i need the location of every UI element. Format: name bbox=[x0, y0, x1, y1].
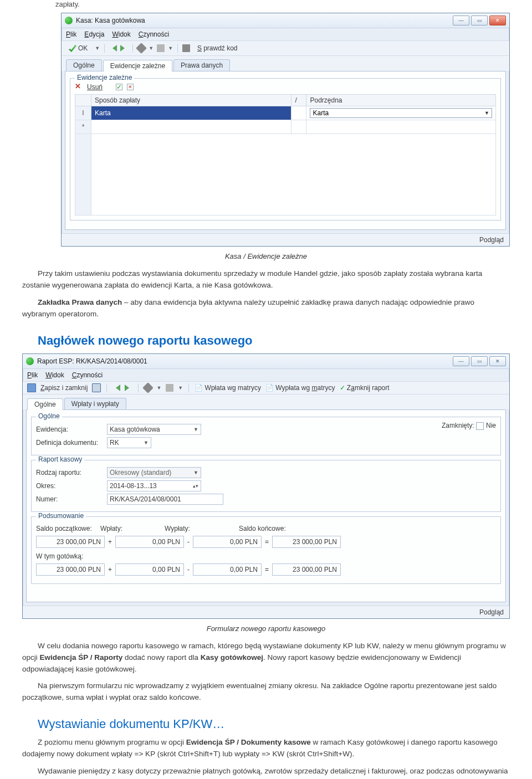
close-button[interactable]: ✕ bbox=[489, 16, 506, 25]
titlebar: Raport ESP: RK/KASA/2014/08/0001 — ▭ ✕ bbox=[23, 354, 509, 369]
wyplata-button[interactable]: 📄 Wypłata wg matrycy bbox=[265, 384, 335, 392]
maximize-button[interactable]: ▭ bbox=[471, 356, 488, 366]
menubar: Plik Widok Czynności bbox=[23, 369, 509, 382]
row-new-marker: * bbox=[75, 120, 91, 134]
tab-ogolne[interactable]: Ogólne bbox=[27, 398, 63, 410]
zamknij-raport-button[interactable]: ✓ Zamknij raport bbox=[340, 384, 390, 392]
zapisz-button[interactable]: Zapisz i zamknij bbox=[40, 384, 88, 392]
confirm-icon[interactable]: ✓ bbox=[116, 84, 122, 90]
toolbar: Zapisz i zamknij ▼ ▼ 📄 Wpłata wg matrycy… bbox=[23, 382, 509, 394]
cancel-icon[interactable]: ✕ bbox=[127, 84, 134, 90]
menu-widok[interactable]: Widok bbox=[45, 371, 64, 379]
paragraph: Zakładka Prawa danych – aby dana ewidenc… bbox=[22, 297, 510, 320]
wplaty-label: Wpłaty: bbox=[100, 525, 161, 532]
numer-label: Numer: bbox=[36, 495, 103, 503]
group-raport: Raport kasowy Rodzaj raportu: Okresowy (… bbox=[31, 460, 501, 512]
close-button[interactable]: ✕ bbox=[489, 356, 506, 366]
ewidencja-select[interactable]: Kasa gotówkowa▼ bbox=[107, 424, 201, 435]
mini-toolbar: ✕ Usuń ✓ ✕ bbox=[75, 83, 496, 91]
nav-back-icon[interactable] bbox=[112, 385, 120, 391]
group-ogolne: Ogólne Zamknięty: Nie Ewidencja: Kasa go… bbox=[31, 417, 501, 455]
window-kasa: Kasa: Kasa gotówkowa — ▭ ✕ Plik Edycja W… bbox=[61, 13, 510, 247]
paragraph: Z poziomu menu głównym programu w opcji … bbox=[22, 737, 510, 760]
menu-edycja[interactable]: Edycja bbox=[84, 30, 104, 38]
status-text: Podgląd bbox=[479, 236, 504, 244]
menu-widok[interactable]: Widok bbox=[112, 30, 130, 38]
menu-czynnosci[interactable]: Czynności bbox=[72, 371, 103, 379]
val-wplaty: 0,00 PLN bbox=[115, 536, 184, 548]
table-row-new[interactable]: * bbox=[75, 120, 496, 134]
cell-sposob[interactable]: Karta bbox=[91, 106, 291, 120]
spinner-icon[interactable]: ▴▾ bbox=[193, 483, 198, 489]
cell-podrzedna[interactable]: Karta▼ bbox=[306, 106, 496, 120]
minimize-button[interactable]: — bbox=[453, 16, 469, 25]
tab-wplaty[interactable]: Wpłaty i wypłaty bbox=[64, 398, 126, 409]
window-title: Kasa: Kasa gotówkowa bbox=[76, 17, 145, 24]
save-icon2[interactable] bbox=[92, 383, 101, 392]
nav-forward-icon[interactable] bbox=[120, 45, 128, 52]
paragraph: Wydawanie pieniędzy z kasy dotyczy przew… bbox=[22, 766, 510, 779]
menu-plik[interactable]: Plik bbox=[27, 371, 38, 379]
tab-panel: Ogólne Zamknięty: Nie Ewidencja: Kasa go… bbox=[26, 409, 506, 602]
saldo-konc-label: Saldo końcowe: bbox=[239, 525, 286, 532]
checkbox-icon[interactable] bbox=[476, 422, 484, 430]
wplata-button[interactable]: 📄 Wpłata wg matrycy bbox=[195, 384, 261, 392]
maximize-button[interactable]: ▭ bbox=[471, 16, 488, 25]
menu-plik[interactable]: Plik bbox=[66, 30, 76, 38]
corner-cell bbox=[75, 95, 91, 106]
menubar: Plik Edycja Widok Czynności bbox=[62, 28, 509, 41]
menu-czynnosci[interactable]: Czynności bbox=[139, 30, 169, 38]
flag-icon[interactable] bbox=[157, 44, 165, 52]
col-slash: / bbox=[291, 95, 306, 106]
table-row[interactable]: I Karta Karta▼ bbox=[75, 106, 496, 120]
def-select[interactable]: RK▼ bbox=[107, 437, 151, 448]
figure-caption: Kasa / Ewidencje zależne bbox=[22, 252, 510, 260]
nav-forward-icon[interactable] bbox=[125, 385, 132, 391]
group-legend: Ogólne bbox=[36, 412, 62, 420]
fragment-top: zapłaty. bbox=[55, 0, 510, 8]
dropdown-icon[interactable]: ▼ bbox=[484, 110, 489, 116]
tab-panel: Ewidencje zależne ✕ Usuń ✓ ✕ Sposób zapł… bbox=[65, 71, 506, 230]
val-g3: 0,00 PLN bbox=[193, 563, 262, 576]
val-g1: 23 000,00 PLN bbox=[36, 563, 105, 576]
save-icon[interactable] bbox=[27, 383, 36, 392]
usun-button[interactable]: Usuń bbox=[87, 83, 103, 91]
printer-icon[interactable] bbox=[182, 44, 190, 52]
statusbar: Podgląd bbox=[23, 606, 509, 618]
col-podrzedna[interactable]: Podrzędna bbox=[306, 95, 496, 106]
zamkniety-field: Zamknięty: Nie bbox=[442, 422, 496, 430]
app-icon bbox=[65, 17, 73, 24]
delete-icon[interactable]: ✕ bbox=[75, 83, 83, 91]
tools-icon[interactable] bbox=[142, 382, 154, 393]
heading-wystawianie: Wystawianie dokumentu KP/KW… bbox=[38, 717, 510, 731]
tabs: Ogólne Ewidencje zależne Prawa danych bbox=[62, 56, 509, 71]
tab-prawa[interactable]: Prawa danych bbox=[173, 59, 230, 71]
col-sposob[interactable]: Sposób zapłaty bbox=[91, 95, 291, 106]
tab-ewidencje[interactable]: Ewidencje zależne bbox=[103, 60, 172, 71]
tab-ogolne[interactable]: Ogólne bbox=[66, 59, 102, 71]
check-icon bbox=[69, 44, 76, 52]
statusbar: Podgląd bbox=[62, 233, 509, 246]
group-podsumowanie: Podsumowanie Saldo początkowe: Wpłaty: W… bbox=[31, 516, 501, 584]
window-raport: Raport ESP: RK/KASA/2014/08/0001 — ▭ ✕ P… bbox=[22, 353, 510, 619]
val-g4: 23 000,00 PLN bbox=[272, 563, 341, 576]
heading-naglowek: Nagłówek nowego raportu kasowego bbox=[38, 334, 510, 348]
row-marker: I bbox=[75, 106, 91, 120]
def-label: Definicja dokumentu: bbox=[36, 439, 103, 447]
numer-input[interactable]: RK/KASA/2014/08/0001 bbox=[107, 494, 223, 505]
val-wyplaty: 0,00 PLN bbox=[193, 536, 262, 548]
window-title: Raport ESP: RK/KASA/2014/08/0001 bbox=[37, 357, 147, 365]
paragraph: Na pierwszym formularzu nic wprowadzamy … bbox=[22, 680, 510, 704]
flag-icon[interactable] bbox=[166, 384, 173, 392]
saldo-pocz-label: Saldo początkowe: bbox=[36, 525, 97, 532]
status-text: Podgląd bbox=[479, 608, 504, 616]
val-pocz: 23 000,00 PLN bbox=[36, 536, 105, 548]
tools-icon[interactable] bbox=[136, 43, 147, 54]
minimize-button[interactable]: — bbox=[453, 356, 469, 366]
grid: Sposób zapłaty / Podrzędna I Karta Karta… bbox=[75, 94, 496, 216]
sprawdz-kod-button[interactable]: Sprawdź kod bbox=[193, 43, 241, 54]
rodzaj-select: Okresowy (standard)▼ bbox=[107, 467, 201, 478]
nav-back-icon[interactable] bbox=[109, 45, 117, 52]
ok-button[interactable]: OK bbox=[65, 43, 91, 54]
okres-input[interactable]: 2014-08-13...13▴▾ bbox=[107, 480, 201, 491]
